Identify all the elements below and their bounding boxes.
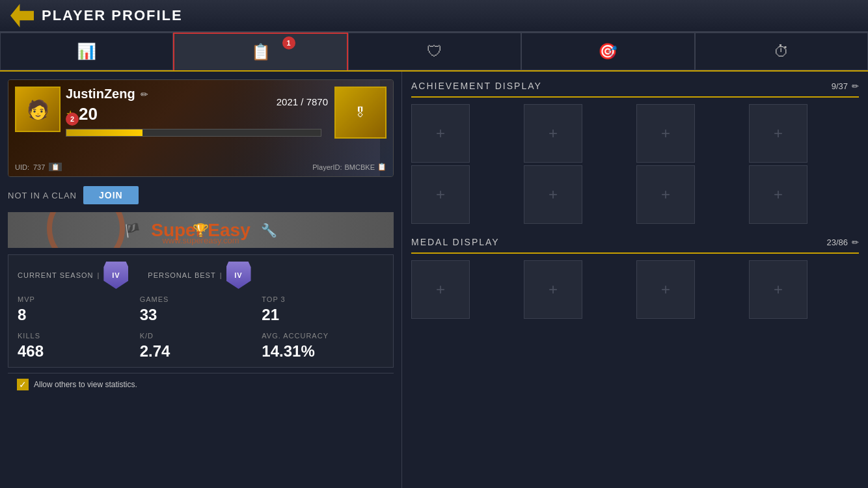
stat-mvp: MVP 8 — [18, 295, 140, 324]
stat-kills: KILLS 468 — [18, 332, 140, 360]
achievement-title: ACHIEVEMENT DISPLAY — [411, 81, 542, 91]
header: PLAYER PROFILE — [0, 0, 868, 33]
tab-badge: 1 — [282, 36, 295, 49]
banner-icon-1: 🏴 — [124, 223, 141, 238]
achievement-slot-4[interactable]: + — [749, 104, 807, 163]
achievement-count-row: 9/37 ✏ — [832, 81, 859, 91]
profile-name-row: JustinZeng ✏ — [66, 87, 148, 102]
allow-stats-checkbox[interactable]: ✓ — [17, 379, 29, 390]
rank-shield: IV — [103, 262, 128, 289]
medal-header: MEDAL DISPLAY 23/86 ✏ — [411, 237, 859, 247]
tab-target[interactable]: 🎯 — [521, 33, 694, 70]
stats-icon: 📊 — [77, 42, 96, 61]
timer-icon: ⏱ — [774, 42, 789, 61]
stat-kd-value: 2.74 — [140, 342, 262, 360]
current-season-label: CURRENT SEASON | IV — [18, 262, 128, 289]
xp-bar-container — [66, 129, 321, 137]
uid-label: UID: — [15, 163, 29, 171]
achievement-grid: + + + + + + + + — [411, 104, 859, 224]
clan-row: NOT IN A CLAN JOIN — [8, 183, 394, 207]
stat-top3-value: 21 — [262, 306, 384, 324]
achievement-slot-1[interactable]: + — [411, 104, 470, 163]
stat-mvp-label: MVP — [18, 295, 140, 303]
banner-icons: 🏴 🏆 🔧 — [124, 223, 277, 238]
checkbox-row: ✓ Allow others to view statistics. — [8, 373, 394, 396]
playerid-copy-button[interactable]: 📋 — [377, 163, 387, 171]
achievement-slot-7[interactable]: + — [636, 165, 695, 224]
achievement-slot-5[interactable]: + — [411, 165, 470, 224]
right-panel: ACHIEVEMENT DISPLAY 9/37 ✏ + + + + + + +… — [402, 72, 868, 488]
edit-name-icon[interactable]: ✏ — [141, 89, 148, 100]
achievement-divider — [411, 96, 859, 98]
stat-kills-value: 468 — [18, 342, 140, 360]
season-section: CURRENT SEASON | IV PERSONAL BEST | IV M… — [8, 254, 394, 368]
medal-edit-icon[interactable]: ✏ — [852, 237, 859, 247]
stat-games: GAMES 33 — [140, 295, 262, 324]
achievement-slot-3[interactable]: + — [636, 104, 695, 163]
medal-slot-1[interactable]: + — [411, 260, 470, 319]
tab-badges[interactable]: 🛡 — [348, 33, 521, 70]
stat-accuracy: Avg. ACCURACY 14.31% — [262, 332, 384, 360]
season-header: CURRENT SEASON | IV PERSONAL BEST | IV — [18, 262, 384, 289]
back-button[interactable] — [10, 4, 34, 27]
achievement-count: 9/37 — [832, 81, 848, 91]
target-icon: 🎯 — [598, 42, 617, 61]
profile-name: JustinZeng — [66, 87, 135, 102]
achievement-edit-icon[interactable]: ✏ — [852, 81, 859, 91]
profile-card: 🧑 JustinZeng ✏ ★ 20 2 2021 / 7870 🎖 — [8, 79, 394, 177]
uid-copy-button[interactable]: 📋 — [49, 163, 62, 171]
tab-stats[interactable]: 📊 — [0, 33, 173, 70]
watermark-banner: 🏴 🏆 🔧 Super Easy www.supereasy.com — [8, 212, 394, 248]
uid-row: UID: 737 📋 — [15, 163, 62, 171]
medal-slot-2[interactable]: + — [524, 260, 582, 319]
level-number: 20 — [79, 104, 98, 124]
tab-timer[interactable]: ⏱ — [695, 33, 868, 70]
tab-profile[interactable]: 📋 1 — [173, 33, 347, 70]
medal-title: MEDAL DISPLAY — [411, 237, 500, 247]
stat-kd-label: K/D — [140, 332, 262, 340]
allow-stats-label: Allow others to view statistics. — [34, 380, 137, 389]
current-season-rank: IV — [103, 262, 128, 289]
medal-grid: + + + + — [411, 260, 859, 319]
stat-kills-label: KILLS — [18, 332, 140, 340]
xp-bar-fill — [66, 129, 142, 136]
tabs-bar: 📊 📋 1 🛡 🎯 ⏱ — [0, 33, 868, 72]
achievement-slot-6[interactable]: + — [524, 165, 582, 224]
badge-indicator-2: 2 — [66, 113, 79, 126]
personal-best-shield: IV — [226, 262, 251, 289]
playerid-value: BMCBKE — [345, 163, 375, 171]
page-title: PLAYER PROFILE — [42, 7, 183, 24]
achievement-section: ACHIEVEMENT DISPLAY 9/37 ✏ + + + + + + +… — [411, 81, 859, 224]
watermark-circle — [47, 212, 125, 248]
stat-games-label: GAMES — [140, 295, 262, 303]
xp-badge-icon: 🎖 — [334, 87, 387, 139]
stat-top3-label: TOP 3 — [262, 295, 384, 303]
medal-slot-4[interactable]: + — [749, 260, 807, 319]
stat-accuracy-value: 14.31% — [262, 342, 384, 360]
shield-icon: 🛡 — [427, 42, 442, 61]
stats-grid: MVP 8 GAMES 33 TOP 3 21 KILLS 468 K/D — [18, 295, 384, 360]
achievement-slot-8[interactable]: + — [749, 165, 807, 224]
playerid-label: PlayerID: — [312, 163, 342, 171]
left-panel: 🧑 JustinZeng ✏ ★ 20 2 2021 / 7870 🎖 — [0, 72, 402, 488]
medal-section: MEDAL DISPLAY 23/86 ✏ + + + + — [411, 237, 859, 319]
stat-accuracy-label: Avg. ACCURACY — [262, 332, 384, 340]
medal-slot-3[interactable]: + — [636, 260, 695, 319]
medal-divider — [411, 252, 859, 254]
main-content: 🧑 JustinZeng ✏ ★ 20 2 2021 / 7870 🎖 — [0, 72, 868, 488]
avatar: 🧑 — [15, 87, 61, 132]
banner-icon-2: 🏆 — [193, 223, 209, 238]
profile-icon: 📋 — [251, 43, 271, 61]
stat-top3: TOP 3 21 — [262, 295, 384, 324]
stat-games-value: 33 — [140, 306, 262, 324]
personal-best-rank: IV — [226, 262, 251, 289]
achievement-slot-2[interactable]: + — [524, 104, 582, 163]
join-clan-button[interactable]: JOIN — [83, 186, 139, 204]
xp-text: 2021 / 7870 — [277, 96, 328, 107]
medal-count: 23/86 — [826, 237, 848, 247]
medal-count-row: 23/86 ✏ — [826, 237, 859, 247]
banner-icon-3: 🔧 — [261, 223, 277, 238]
clan-status: NOT IN A CLAN — [8, 191, 77, 200]
playerid-row: PlayerID: BMCBKE 📋 — [312, 163, 387, 171]
stat-mvp-value: 8 — [18, 306, 140, 324]
